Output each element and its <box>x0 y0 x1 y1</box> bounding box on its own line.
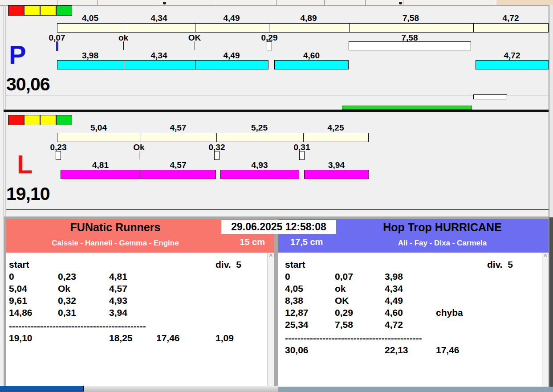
table-cell: 4,81 <box>109 271 127 282</box>
exchange-loss-box <box>214 151 220 160</box>
team-name-left: FUNatic Runners <box>6 221 224 234</box>
split-time-label: 4,89 <box>301 13 317 23</box>
split-time-label: 4,72 <box>503 13 519 23</box>
run-time-label: 4,57 <box>170 160 187 170</box>
split-divider <box>473 24 474 32</box>
team-name-right: Hop Trop HURRICANE <box>336 221 549 234</box>
scrollbar-left[interactable]: ^ <box>267 253 274 386</box>
table-cell: 0 <box>285 271 290 282</box>
toolbar-strip[interactable] <box>0 0 553 5</box>
toolbar-divider <box>276 0 276 5</box>
run-time-label: 4,49 <box>224 51 240 61</box>
taskbar-blue-bar[interactable] <box>0 386 84 392</box>
table-cell: 4,05 <box>285 283 303 294</box>
lane-total-time: 30,06 <box>6 74 50 94</box>
toolbar-tan-area <box>496 0 553 5</box>
run-bar <box>476 60 549 69</box>
run-time-label: 3,94 <box>328 160 345 170</box>
table-cell: 0 <box>9 271 14 282</box>
split-divider <box>141 133 141 142</box>
split-time-label: 7,58 <box>403 13 419 23</box>
status-square-1 <box>24 5 40 16</box>
lane-underline <box>6 209 549 210</box>
status-square-1 <box>24 115 40 125</box>
exchange-loss-box <box>56 151 61 160</box>
status-square-2 <box>40 115 56 125</box>
table-cell: 25,34 <box>285 319 309 330</box>
status-square-0 <box>8 5 24 16</box>
table-cell: 4,49 <box>385 295 403 306</box>
window-right-edge-dark <box>549 217 553 387</box>
lane-letter: L <box>17 151 33 177</box>
dogs-list-right: Ali - Fay - Dixa - Carmela <box>336 239 549 248</box>
table-separator: ----------------------------------------… <box>9 321 146 331</box>
table-header-division: div. 5 <box>216 259 241 270</box>
split-divider <box>195 24 195 32</box>
table-total-cell: 18,25 <box>109 333 133 343</box>
run-time-label: 4,60 <box>303 51 320 61</box>
run-bar <box>220 170 299 179</box>
pending-box <box>473 94 507 99</box>
split-time-label: 4,57 <box>170 123 187 133</box>
split-divider <box>303 133 304 142</box>
table-cell: 4,72 <box>385 319 403 330</box>
lane-letter: P <box>9 42 26 68</box>
table-cell: 4,60 <box>385 307 403 318</box>
lane-underline <box>6 95 549 95</box>
run-bar <box>61 170 216 179</box>
scroll-up-icon[interactable]: ^ <box>542 253 549 259</box>
table-cell: 4,57 <box>109 283 127 294</box>
toolbar-divider <box>156 0 156 5</box>
table-separator: ----------------------------------------… <box>285 333 422 343</box>
exchange-loss-box <box>299 151 305 160</box>
window-right-edge <box>549 5 553 217</box>
table-cell: 0,29 <box>335 307 353 318</box>
table-header-start: start <box>285 259 305 270</box>
flyball-timing-window: 4,054,344,494,897,584,720,07okOK0,297,58… <box>0 0 553 392</box>
run-bar <box>57 60 268 69</box>
exchange-tick <box>139 151 139 159</box>
table-cell: Ok <box>58 283 70 294</box>
table-total-cell: 1,09 <box>216 333 234 343</box>
exchange-loss-box <box>349 41 471 50</box>
scrollbar-right[interactable]: ^ <box>542 253 549 387</box>
table-cell: 4,93 <box>109 295 127 306</box>
status-square-2 <box>40 5 56 16</box>
scroll-up-icon[interactable]: ^ <box>268 253 274 259</box>
timestamp: 29.06.2025 12:58:08 <box>221 220 336 234</box>
table-cell: 12,87 <box>285 307 309 318</box>
table-total-cell: 19,10 <box>9 333 33 343</box>
bottom-right-strip <box>278 387 553 392</box>
split-time-label: 4,05 <box>82 13 98 23</box>
table-header-division: div. 5 <box>487 259 513 270</box>
split-time-label: 4,34 <box>151 13 167 23</box>
split-time-label: 5,25 <box>251 123 268 133</box>
team-panel-right: Hop Trop HURRICANE Ali - Fay - Dixa - Ca… <box>278 219 549 387</box>
table-total-cell: 30,06 <box>285 345 309 355</box>
status-square-3 <box>56 115 72 125</box>
exchange-loss-box <box>267 41 272 50</box>
table-cell: 8,38 <box>285 295 303 306</box>
table-cell: 4,34 <box>385 283 403 294</box>
run-bar <box>304 170 369 179</box>
status-square-3 <box>56 5 72 16</box>
split-time-label: 4,25 <box>328 123 344 133</box>
run-time-label: 4,93 <box>252 160 268 170</box>
toolbar-divider <box>217 0 217 5</box>
table-total-cell: 17,46 <box>156 333 180 343</box>
split-divider <box>349 24 350 32</box>
progress-green-bar <box>342 106 472 110</box>
table-cell: 7,58 <box>335 319 353 330</box>
run-time-label: 4,81 <box>92 160 109 170</box>
toolbar-divider <box>403 0 403 5</box>
run-time-label: 4,72 <box>504 51 520 61</box>
table-cell: 3,98 <box>385 271 403 282</box>
status-square-0 <box>8 115 24 125</box>
exchange-tick <box>123 41 124 50</box>
split-divider <box>269 24 269 32</box>
start-mark <box>56 41 58 51</box>
toolbar-divider <box>57 0 57 5</box>
result-table-right: ^ startdiv. 500,073,984,05ok4,348,38OK4,… <box>278 253 549 387</box>
table-total-cell: 22,13 <box>385 345 408 355</box>
toolbar-divider <box>97 0 98 5</box>
